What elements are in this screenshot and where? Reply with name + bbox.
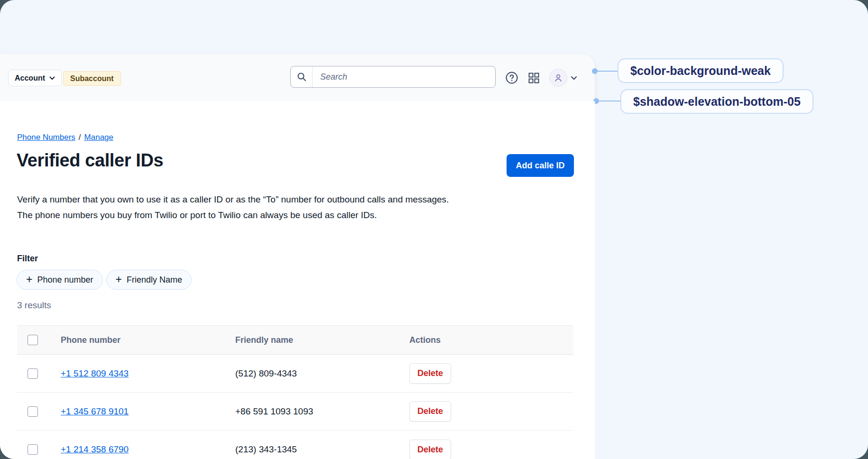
- annotation-connector-line: [595, 71, 619, 72]
- annotation-connector-line: [596, 101, 621, 101]
- phone-number-link[interactable]: +1 214 358 6790: [61, 444, 129, 454]
- row-checkbox[interactable]: [28, 444, 38, 455]
- chevron-down-icon: [571, 76, 577, 80]
- annotation-label: $color-background-weak: [630, 64, 771, 78]
- account-menu-button[interactable]: Account: [8, 70, 62, 86]
- search-icon-section: [291, 66, 313, 87]
- friendly-name: (213) 343-1345: [235, 444, 409, 455]
- table-header-row: Phone number Friendly name Actions: [17, 325, 573, 355]
- select-all-cell: [17, 335, 61, 345]
- annotation-dot: [592, 68, 598, 74]
- table-row: +1 345 678 9101 +86 591 1093 1093 Delete: [17, 393, 573, 431]
- annotation-label: $shadow-elevation-bottom-05: [633, 95, 801, 109]
- search-input[interactable]: [313, 66, 495, 87]
- apps-grid-icon: [528, 73, 539, 83]
- delete-button[interactable]: Delete: [409, 440, 451, 459]
- account-menu-label: Account: [15, 74, 45, 83]
- table-row: +1 214 358 6790 (213) 343-1345 Delete: [17, 431, 573, 459]
- breadcrumb: Phone Numbers/Manage: [17, 133, 113, 142]
- plus-icon: +: [116, 274, 122, 285]
- friendly-name: +86 591 1093 1093: [235, 406, 409, 417]
- filter-chip-label: Phone number: [37, 275, 93, 285]
- delete-button[interactable]: Delete: [409, 401, 451, 422]
- page-title: Verified caller IDs: [17, 150, 163, 171]
- results-count: 3 results: [17, 300, 51, 311]
- apps-launcher-button[interactable]: [528, 73, 539, 83]
- app-canvas: Account Subaccount: [0, 0, 868, 459]
- subaccount-badge-label: Subaccount: [70, 74, 114, 83]
- row-checkbox[interactable]: [28, 406, 38, 417]
- breadcrumb-separator: /: [79, 133, 81, 142]
- caller-ids-table: Phone number Friendly name Actions +1 51…: [17, 325, 573, 459]
- plus-icon: +: [26, 274, 32, 285]
- breadcrumb-link-manage[interactable]: Manage: [84, 133, 113, 142]
- user-avatar[interactable]: [549, 69, 567, 87]
- subaccount-badge: Subaccount: [63, 71, 121, 86]
- phone-number-link[interactable]: +1 345 678 9101: [61, 406, 129, 416]
- filter-chip-friendly-name[interactable]: + Friendly Name: [106, 270, 192, 290]
- breadcrumb-link-phone-numbers[interactable]: Phone Numbers: [17, 133, 75, 142]
- help-button[interactable]: [506, 72, 518, 84]
- annotation-shadow-token: $shadow-elevation-bottom-05: [620, 89, 813, 114]
- description-line-1: Verify a number that you own to use it a…: [17, 192, 449, 207]
- filter-chips: + Phone number + Friendly Name: [17, 270, 192, 290]
- main-content: Phone Numbers/Manage Verified caller IDs…: [0, 101, 595, 459]
- filter-chip-phone-number[interactable]: + Phone number: [17, 270, 103, 290]
- chevron-down-icon: [49, 76, 55, 80]
- friendly-name: (512) 809-4343: [235, 368, 409, 379]
- row-checkbox-cell: [17, 406, 61, 417]
- description-line-2: The phone numbers you buy from Twilio or…: [17, 207, 449, 223]
- phone-number-link[interactable]: +1 512 809 4343: [61, 368, 129, 378]
- column-header-actions: Actions: [409, 335, 573, 345]
- add-caller-id-button[interactable]: Add calle ID: [507, 154, 574, 177]
- column-header-friendly: Friendly name: [235, 335, 409, 345]
- user-icon: [554, 73, 563, 83]
- global-search: [290, 66, 496, 88]
- annotation-background-token: $color-background-weak: [618, 58, 784, 83]
- help-icon: [506, 72, 518, 84]
- row-checkbox[interactable]: [28, 368, 38, 379]
- filter-label: Filter: [17, 254, 38, 264]
- page-description: Verify a number that you own to use it a…: [17, 192, 449, 223]
- filter-chip-label: Friendly Name: [127, 275, 182, 285]
- table-row: +1 512 809 4343 (512) 809-4343 Delete: [17, 355, 573, 393]
- delete-button[interactable]: Delete: [409, 363, 451, 384]
- user-menu-button[interactable]: [570, 75, 578, 81]
- select-all-checkbox[interactable]: [28, 335, 38, 345]
- row-checkbox-cell: [17, 368, 61, 379]
- column-header-phone: Phone number: [61, 335, 235, 345]
- row-checkbox-cell: [17, 444, 61, 455]
- search-icon: [297, 72, 306, 82]
